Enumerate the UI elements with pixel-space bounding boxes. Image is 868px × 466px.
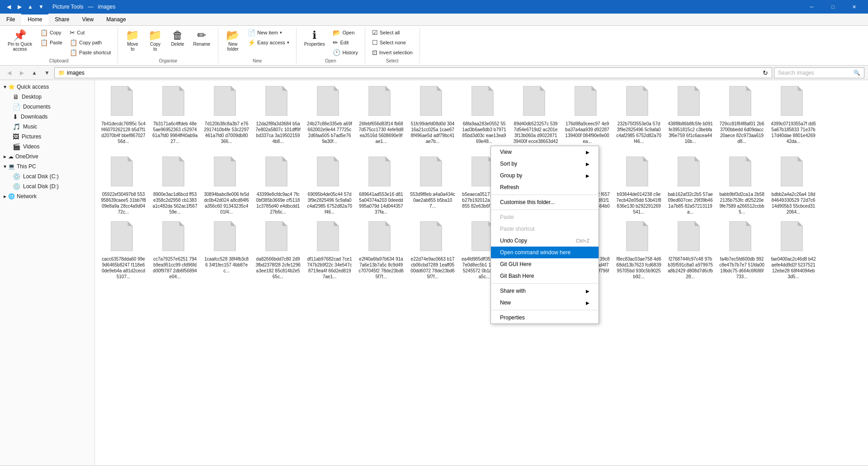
- file-item[interactable]: b93644de014238 c9e7ecb42e05dd 53b41f8836…: [614, 154, 664, 217]
- maximize-button[interactable]: □: [823, 0, 843, 14]
- paste-shortcut-button[interactable]: 📋 Paste shortcut: [66, 48, 114, 57]
- refresh-button[interactable]: ↻: [763, 69, 768, 76]
- file-item[interactable]: 12da2f8fa3d3684 b5a7e802a5807c 101dff9fb…: [253, 84, 303, 152]
- file-item[interactable]: e22d74e9ac0663 b17cb06cbd7289 1eaff0500d…: [408, 219, 458, 282]
- context-menu-item-properties[interactable]: Properties: [491, 312, 599, 323]
- up-button[interactable]: ▲: [29, 67, 40, 78]
- sidebar-item-videos[interactable]: 🎬 Videos: [0, 142, 94, 152]
- file-item[interactable]: cacc63578dda60 99e9d6465b8247 f118e60de9…: [99, 219, 148, 282]
- copy-button[interactable]: 📋 Copy: [37, 28, 66, 38]
- file-item[interactable]: 4399c0719355a7f dd55a67b185833 71e37b17d…: [769, 84, 818, 152]
- file-item[interactable]: 05922ef30497b8 553958639caee5 31bb7f809e…: [99, 154, 148, 217]
- tab-file[interactable]: File: [0, 14, 21, 25]
- easy-access-button[interactable]: ⚡ Easy access ▾: [245, 38, 292, 48]
- quick-access-header[interactable]: ▾ ⭐ Quick access: [0, 82, 94, 92]
- context-menu-item-gitgui[interactable]: Git GUI Here: [491, 258, 599, 270]
- file-item[interactable]: 689641ad553e16 d815a04374a203 0deedd995a…: [356, 154, 406, 217]
- edit-button[interactable]: ✏ Edit: [330, 38, 361, 48]
- context-menu-item-sortby[interactable]: Sort by▶: [491, 158, 599, 170]
- context-menu-item-opencmd[interactable]: Open command window here: [491, 247, 599, 258]
- open-button[interactable]: 📂 Open: [330, 28, 361, 38]
- context-menu-item-view[interactable]: View▶: [491, 146, 599, 158]
- file-item[interactable]: cc7a79257e6251 794b9ea951cc99 cfd96fdd00…: [150, 219, 200, 282]
- rename-button[interactable]: ✏ Rename: [189, 28, 214, 49]
- tab-manage[interactable]: Manage: [100, 14, 132, 25]
- file-item[interactable]: bdbb2a4a2c26a4 18d84649330529 72d7c614d9…: [769, 154, 818, 217]
- address-path[interactable]: 📁 images ↻: [54, 67, 772, 78]
- properties-button[interactable]: ℹ Properties: [300, 28, 329, 49]
- file-item[interactable]: da82666bdd7c80 2d93fbd2378f28 2cfe1296a3…: [253, 219, 303, 282]
- pin-to-quick-access-button[interactable]: 📌 Pin to Quick access: [4, 28, 36, 54]
- file-item[interactable]: f8ec83ac03ae758 4d668dd13b7623 fcd683995…: [614, 219, 664, 282]
- search-icon[interactable]: 🔍: [854, 70, 860, 76]
- file-item[interactable]: 26febf656d83f14 fb687d575cc1730 4efe9d8e…: [356, 84, 406, 152]
- sidebar-item-local-c[interactable]: 💿 Local Disk (C:): [0, 171, 94, 181]
- context-menu-item-new[interactable]: New▶: [491, 297, 599, 309]
- file-item[interactable]: 89d40db523257c 5397d54e6719d2 ac201e3f13…: [511, 84, 561, 152]
- file-item[interactable]: bab162af32c2b5 57ae09ed607cec 29f39b461a…: [665, 154, 715, 217]
- move-to-button[interactable]: 📁 Move to: [122, 28, 143, 54]
- file-item[interactable]: 51fc99defd08d0d 30416a21cc025a 1cae678f4…: [408, 84, 458, 152]
- file-item[interactable]: 1caafcc528 38f4fb3c86 34f1fec157 4bb87ec…: [202, 219, 251, 282]
- delete-button[interactable]: 🗑 Delete: [167, 28, 188, 49]
- back-button[interactable]: ◀: [4, 67, 14, 78]
- context-menu-item-sharewith[interactable]: Share with▶: [491, 285, 599, 297]
- copy-to-button[interactable]: 📁 Copy to: [144, 28, 166, 54]
- file-item[interactable]: 24b27c88e335eb a69f662002e9e44 77725c2d6…: [305, 84, 354, 152]
- context-menu-item-undocopy[interactable]: Undo CopyCtrl+Z: [491, 235, 599, 247]
- close-button[interactable]: ✕: [844, 0, 864, 14]
- context-menu-item-gitbash[interactable]: Git Bash Here: [491, 270, 599, 282]
- qa-forward[interactable]: ▶: [14, 2, 24, 12]
- file-item[interactable]: 7b41decdc76f85c 5c4f46070262128 b5d7f1d2…: [99, 84, 148, 152]
- file-item[interactable]: e2f40a6fa97b634 91a7a6e13b7a5c 8c9d49c70…: [356, 219, 406, 282]
- history-button[interactable]: 🕐 History: [330, 48, 361, 57]
- sidebar-item-local-d[interactable]: 💿 Local Disk (D:): [0, 181, 94, 191]
- sidebar-item-desktop[interactable]: 🖥 Desktop: [0, 92, 94, 102]
- qa-back[interactable]: ◀: [4, 2, 14, 12]
- tab-home[interactable]: Home: [21, 14, 48, 25]
- network-header[interactable]: ▸ 🌐 Network: [0, 191, 94, 201]
- file-item[interactable]: fae0400ac2c46d8 b42aefe4dd9d2f 523752112…: [769, 219, 818, 282]
- file-item[interactable]: 7d120b38c8a3b7 e762917410b4fe 53c2297461…: [202, 84, 251, 152]
- context-menu-item-groupby[interactable]: Group by▶: [491, 170, 599, 181]
- file-item[interactable]: 69095b4de05c44 57d3f9e2825496 5c9afa0c4a…: [305, 154, 354, 217]
- file-item[interactable]: 7b3171a6c4ffdeb 48e5ae96952363 c5297461a…: [150, 84, 200, 152]
- file-item[interactable]: 68fa9aa283e0552 551ad3b6ae8db3 b797185bd…: [459, 84, 509, 152]
- forward-button[interactable]: ▶: [16, 67, 27, 78]
- file-item[interactable]: 176d98a9ceec97 4e9ba37a4aa939 d922871394…: [562, 84, 612, 152]
- this-pc-header[interactable]: ▾ 💻 This PC: [0, 162, 94, 171]
- file-item[interactable]: f2768744fc97c48 97bb35f591c8a0 a979975a8…: [665, 219, 715, 282]
- qa-up[interactable]: ▲: [25, 2, 35, 12]
- context-menu-item-refresh[interactable]: Refresh: [491, 181, 599, 193]
- file-item[interactable]: 553d9f8eb a4a0a434c 0ae2ab855 b5ba107...: [408, 154, 458, 217]
- sidebar-item-documents[interactable]: 📄 Documents: [0, 102, 94, 112]
- search-box[interactable]: Search images 🔍: [774, 67, 864, 78]
- file-item[interactable]: 43399e8cfdc9ac4 7fc0bf385b3669e cf51181c…: [253, 154, 303, 217]
- recent-locations-button[interactable]: ▼: [42, 67, 52, 78]
- file-item[interactable]: 438f8b86b8fc5fe b091fe3951815c2 c3bebfa3…: [665, 84, 715, 152]
- minimize-button[interactable]: ─: [802, 0, 822, 14]
- paste-button[interactable]: 📋 Paste: [37, 38, 66, 48]
- invert-selection-button[interactable]: ⊡ Invert selection: [369, 48, 416, 57]
- select-all-button[interactable]: ☑ Select all: [369, 28, 416, 38]
- sidebar-item-pictures[interactable]: 🖼 Pictures: [0, 132, 94, 142]
- context-menu-item-customise[interactable]: Customise this folder...: [491, 196, 599, 208]
- select-none-button[interactable]: ☐ Select none: [369, 38, 416, 48]
- file-item[interactable]: 729cc81f84f8af01 2b63700bbedd 6d09dacc20…: [717, 84, 767, 152]
- file-item[interactable]: 30894babc8e006 fe5ddc0b42d024 a8cd84f6a3…: [202, 154, 251, 217]
- qa-chevron[interactable]: ▼: [36, 2, 46, 12]
- sidebar-item-downloads[interactable]: ⬇ Downloads: [0, 112, 94, 122]
- file-item[interactable]: babb9bf3d2ca1a 2b582135b753fc df25220e9f…: [717, 154, 767, 217]
- tab-view[interactable]: View: [75, 14, 100, 25]
- new-folder-button[interactable]: 📂 New folder: [222, 28, 244, 54]
- file-area[interactable]: 7b41decdc76f85c 5c4f46070262128 b5d7f1d2…: [95, 80, 868, 466]
- copy-path-button[interactable]: 📋 Copy path: [66, 38, 114, 48]
- onedrive-header[interactable]: ▸ ☁ OneDrive: [0, 152, 94, 162]
- file-item[interactable]: 232b75f3553e0a 57d3f9e2825496 5c9afa0c4a…: [614, 84, 664, 152]
- new-item-button[interactable]: 📄 New item ▾: [245, 28, 292, 38]
- file-item[interactable]: fa4b7ec5fd600db 992c8e47b7b7e7 51fda0019…: [717, 219, 767, 282]
- tab-share[interactable]: Share: [48, 14, 75, 25]
- cut-button[interactable]: ✂ Cut: [66, 28, 114, 38]
- sidebar-item-music[interactable]: 🎵 Music: [0, 122, 94, 132]
- file-item[interactable]: 8900e3ac1d6bcd ff53e358c2d2958 cb1383a1c…: [150, 154, 200, 217]
